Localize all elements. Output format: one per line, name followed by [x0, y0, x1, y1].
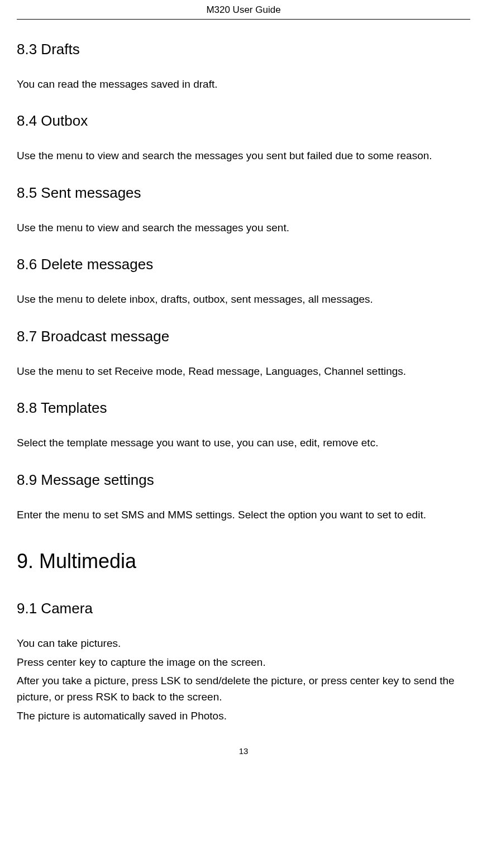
- body-8-6: Use the menu to delete inbox, drafts, ou…: [17, 291, 470, 307]
- heading-8-3: 8.3 Drafts: [17, 41, 470, 58]
- document-page: M320 User Guide 8.3 Drafts You can read …: [0, 0, 487, 778]
- header-title: M320 User Guide: [206, 4, 280, 15]
- body-8-5: Use the menu to view and search the mess…: [17, 220, 470, 236]
- body-9-1-line4: The picture is automatically saved in Ph…: [17, 708, 470, 724]
- page-number: 13: [17, 746, 470, 756]
- body-8-3: You can read the messages saved in draft…: [17, 76, 470, 92]
- heading-chapter-9: 9. Multimedia: [17, 550, 470, 573]
- heading-8-6: 8.6 Delete messages: [17, 256, 470, 273]
- heading-8-4: 8.4 Outbox: [17, 112, 470, 130]
- body-9-1-line3: After you take a picture, press LSK to s…: [17, 673, 470, 705]
- heading-8-5: 8.5 Sent messages: [17, 184, 470, 202]
- page-header: M320 User Guide: [17, 0, 470, 20]
- body-8-9: Enter the menu to set SMS and MMS settin…: [17, 507, 470, 523]
- body-8-7: Use the menu to set Receive mode, Read m…: [17, 363, 470, 379]
- body-8-4: Use the menu to view and search the mess…: [17, 147, 470, 164]
- heading-8-7: 8.7 Broadcast message: [17, 328, 470, 345]
- body-8-8: Select the template message you want to …: [17, 435, 470, 451]
- heading-8-8: 8.8 Templates: [17, 399, 470, 417]
- body-9-1-line1: You can take pictures.: [17, 635, 470, 651]
- heading-8-9: 8.9 Message settings: [17, 471, 470, 489]
- heading-9-1: 9.1 Camera: [17, 600, 470, 617]
- body-9-1-line2: Press center key to capture the image on…: [17, 654, 470, 670]
